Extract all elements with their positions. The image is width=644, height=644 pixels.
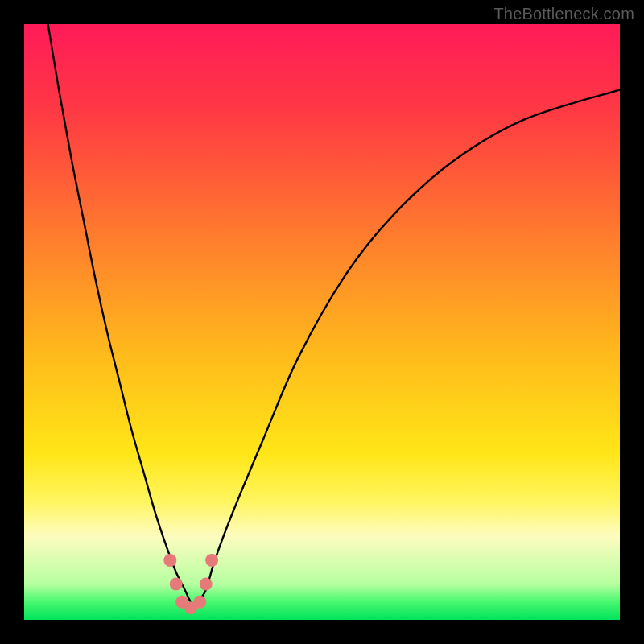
plot-area: [24, 24, 620, 620]
chart-frame: TheBottleneck.com: [0, 0, 644, 644]
highlight-dot: [170, 578, 183, 591]
watermark-label: TheBottleneck.com: [493, 5, 634, 23]
highlight-dot: [193, 596, 206, 609]
highlight-dot: [200, 578, 213, 591]
curve-layer: [24, 24, 620, 620]
highlight-dot: [163, 554, 176, 567]
bottleneck-curve: [48, 24, 620, 604]
highlight-dots: [163, 554, 218, 614]
highlight-dot: [205, 554, 218, 567]
